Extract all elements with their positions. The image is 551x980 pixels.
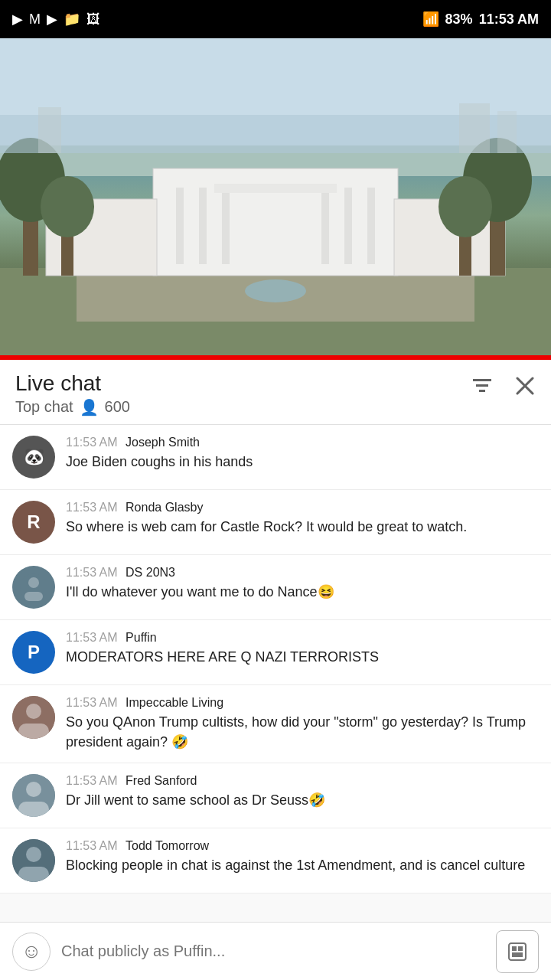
message-text: I'll do whatever you want me to do Nance… bbox=[66, 582, 539, 602]
video-scene-svg bbox=[0, 38, 551, 360]
svg-point-33 bbox=[28, 577, 39, 588]
chat-message: R 11:53 AM Ronda Glasby So where is web … bbox=[0, 490, 551, 555]
svg-point-39 bbox=[26, 782, 41, 797]
message-username: Ronda Glasby bbox=[126, 501, 203, 514]
message-text: Blocking people in chat is against the 1… bbox=[66, 855, 539, 875]
message-text: So you QAnon Trump cultists, how did you… bbox=[66, 712, 539, 752]
avatar bbox=[12, 774, 55, 817]
avatar: R bbox=[12, 501, 55, 544]
message-content: 11:53 AM DS 20N3 I'll do whatever you wa… bbox=[66, 566, 539, 602]
chat-header-right bbox=[471, 375, 536, 401]
message-time: 11:53 AM bbox=[66, 501, 118, 514]
message-content: 11:53 AM Impeccable Living So you QAnon … bbox=[66, 696, 539, 752]
message-time: 11:53 AM bbox=[66, 566, 118, 579]
m-icon: M bbox=[29, 11, 41, 28]
svg-rect-9 bbox=[344, 188, 352, 264]
svg-rect-28 bbox=[476, 384, 488, 387]
chat-message: 11:53 AM Fred Sanford Dr Jill went to sa… bbox=[0, 763, 551, 828]
image-icon: 🖼 bbox=[86, 11, 100, 28]
wifi-icon: 📶 bbox=[422, 11, 439, 28]
time-label: 11:53 AM bbox=[479, 11, 539, 28]
svg-rect-46 bbox=[518, 946, 523, 951]
progress-bar[interactable] bbox=[0, 355, 551, 360]
chat-input-bar: ☺ bbox=[0, 922, 551, 980]
svg-point-42 bbox=[26, 847, 41, 862]
svg-rect-47 bbox=[512, 952, 523, 957]
avatar bbox=[12, 839, 55, 882]
emoji-icon: ☺ bbox=[21, 939, 42, 963]
emoji-button[interactable]: ☺ bbox=[12, 933, 51, 971]
message-content: 11:53 AM Fred Sanford Dr Jill went to sa… bbox=[66, 774, 539, 810]
close-icon bbox=[514, 375, 536, 397]
message-username: DS 20N3 bbox=[126, 566, 175, 579]
message-text: MODERATORS HERE ARE Q NAZI TERRORISTS bbox=[66, 647, 539, 667]
svg-rect-44 bbox=[509, 943, 526, 960]
message-meta: 11:53 AM DS 20N3 bbox=[66, 566, 539, 580]
filter-button[interactable] bbox=[471, 375, 493, 401]
message-meta: 11:53 AM Todd Tomorrow bbox=[66, 839, 539, 853]
filter-icon bbox=[471, 375, 493, 397]
message-text: Dr Jill went to same school as Dr Seuss🤣 bbox=[66, 790, 539, 810]
chat-message: 11:53 AM Todd Tomorrow Blocking people i… bbox=[0, 828, 551, 893]
svg-rect-34 bbox=[24, 592, 43, 601]
message-text: Joe Biden coughs in his hands bbox=[66, 452, 539, 472]
viewer-icon: 👤 bbox=[80, 398, 99, 416]
svg-rect-29 bbox=[479, 390, 485, 392]
svg-rect-5 bbox=[176, 188, 184, 264]
svg-rect-27 bbox=[473, 379, 491, 381]
chat-message: 11:53 AM DS 20N3 I'll do whatever you wa… bbox=[0, 555, 551, 620]
play-icon: ▶ bbox=[47, 11, 57, 28]
message-time: 11:53 AM bbox=[66, 696, 118, 709]
chat-message: 11:53 AM Impeccable Living So you QAnon … bbox=[0, 685, 551, 763]
close-button[interactable] bbox=[514, 375, 536, 401]
avatar bbox=[12, 566, 55, 609]
svg-rect-8 bbox=[321, 188, 329, 264]
svg-point-14 bbox=[245, 279, 306, 302]
message-time: 11:53 AM bbox=[66, 774, 118, 787]
message-text: So where is web cam for Castle Rock? It … bbox=[66, 517, 539, 537]
message-time: 11:53 AM bbox=[66, 839, 118, 852]
message-username: Puffin bbox=[126, 631, 157, 644]
chat-messages-list: 🐼 11:53 AM Joseph Smith Joe Biden coughs… bbox=[0, 425, 551, 955]
message-time: 11:53 AM bbox=[66, 631, 118, 644]
svg-rect-40 bbox=[18, 802, 49, 817]
svg-rect-45 bbox=[512, 946, 517, 951]
svg-point-18 bbox=[41, 176, 94, 237]
youtube-icon: ▶ bbox=[12, 11, 23, 28]
message-username: Todd Tomorrow bbox=[126, 839, 209, 852]
svg-rect-24 bbox=[38, 107, 61, 153]
svg-rect-6 bbox=[199, 188, 207, 264]
top-chat-label[interactable]: Top chat bbox=[15, 398, 73, 416]
svg-rect-26 bbox=[497, 111, 517, 153]
message-username: Joseph Smith bbox=[126, 436, 200, 449]
message-content: 11:53 AM Puffin MODERATORS HERE ARE Q NA… bbox=[66, 631, 539, 667]
message-meta: 11:53 AM Impeccable Living bbox=[66, 696, 539, 710]
svg-rect-37 bbox=[18, 724, 49, 739]
svg-rect-7 bbox=[222, 188, 230, 264]
battery-label: 83% bbox=[445, 11, 473, 28]
message-meta: 11:53 AM Fred Sanford bbox=[66, 774, 539, 788]
chat-subtitle: Top chat 👤 600 bbox=[15, 398, 130, 416]
svg-rect-43 bbox=[18, 867, 49, 882]
message-content: 11:53 AM Todd Tomorrow Blocking people i… bbox=[66, 839, 539, 875]
message-content: 11:53 AM Joseph Smith Joe Biden coughs i… bbox=[66, 436, 539, 472]
message-time: 11:53 AM bbox=[66, 436, 118, 449]
message-meta: 11:53 AM Ronda Glasby bbox=[66, 501, 539, 514]
svg-rect-11 bbox=[214, 184, 337, 193]
send-icon bbox=[506, 940, 529, 963]
video-player[interactable] bbox=[0, 38, 551, 360]
avatar-img bbox=[12, 839, 55, 882]
message-username: Fred Sanford bbox=[126, 774, 197, 787]
avatar: P bbox=[12, 631, 55, 674]
status-bar-left-icons: ▶ M ▶ 📁 🖼 bbox=[12, 11, 100, 28]
message-content: 11:53 AM Ronda Glasby So where is web ca… bbox=[66, 501, 539, 537]
status-bar-right-icons: 📶 83% 11:53 AM bbox=[422, 11, 539, 28]
svg-rect-25 bbox=[459, 103, 490, 153]
send-button[interactable] bbox=[496, 930, 539, 973]
avatar bbox=[12, 696, 55, 739]
message-meta: 11:53 AM Puffin bbox=[66, 631, 539, 645]
live-chat-title: Live chat bbox=[15, 371, 130, 397]
chat-input[interactable] bbox=[61, 942, 485, 960]
chat-header: Live chat Top chat 👤 600 bbox=[0, 360, 551, 425]
avatar-img bbox=[12, 774, 55, 817]
